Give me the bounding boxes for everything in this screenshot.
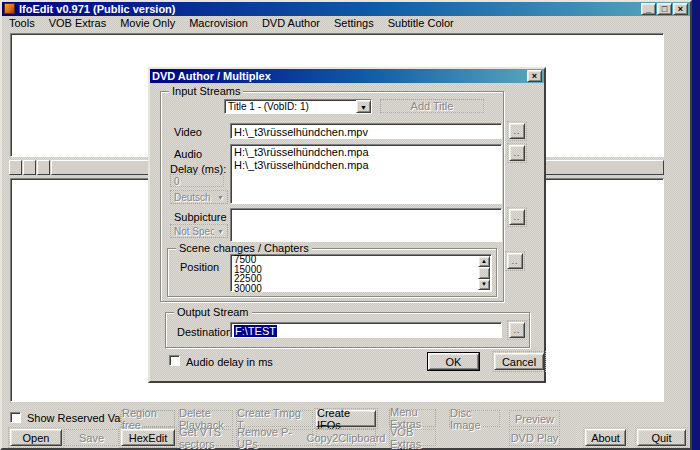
chevron-down-icon[interactable]: ▼	[356, 100, 371, 113]
menu-bar: Tools VOB Extras Movie Only Macrovision …	[2, 16, 690, 30]
position-listbox[interactable]: 7500 15000 22500 30000 ▲ ▼	[230, 254, 492, 292]
column-header[interactable]	[37, 160, 50, 175]
add-title-button: Add Title	[380, 99, 484, 113]
chevron-down-icon: ▼	[214, 225, 227, 237]
menu-movie-only[interactable]: Movie Only	[113, 16, 182, 30]
create-ifos-button[interactable]: Create IFOs	[316, 410, 376, 427]
menu-macrovision[interactable]: Macrovision	[182, 16, 255, 30]
dialog-titlebar[interactable]: DVD Author / Multiplex ×	[150, 69, 544, 83]
about-button[interactable]: About	[585, 429, 626, 446]
video-path-value: H:\_t3\rüsselhündchen.mpv	[234, 126, 368, 138]
close-icon[interactable]: ×	[673, 3, 688, 15]
title-select-value: Title 1 - (VobID: 1)	[225, 100, 356, 113]
save-button: Save	[64, 429, 119, 446]
destination-browse-button[interactable]: ..	[509, 322, 525, 338]
destination-input[interactable]: F:\TEST	[230, 322, 502, 338]
dialog-title: DVD Author / Multiplex	[152, 70, 271, 82]
column-header[interactable]	[23, 160, 36, 175]
title-select[interactable]: Title 1 - (VobID: 1) ▼	[224, 99, 372, 114]
subpicture-language-select: Not Specifie ▼	[170, 224, 228, 238]
app-icon	[4, 3, 15, 14]
menu-dvd-author[interactable]: DVD Author	[255, 16, 327, 30]
position-item[interactable]: 30000	[231, 284, 491, 294]
remove-pups-button: Remove P-UPs	[236, 429, 313, 446]
subpicture-list[interactable]	[230, 208, 502, 242]
delay-input: 0	[170, 174, 224, 187]
position-item[interactable]: 22500	[231, 274, 491, 284]
destination-value: F:\TEST	[234, 325, 277, 337]
audio-delay-label: Audio delay in ms	[186, 356, 273, 368]
chevron-down-icon: ▼	[214, 191, 227, 203]
position-scrollbar[interactable]: ▲ ▼	[478, 256, 490, 290]
input-streams-label: Input Streams	[169, 85, 243, 97]
open-button[interactable]: Open	[10, 429, 62, 446]
menu-subtitle-color[interactable]: Subtitle Color	[381, 16, 461, 30]
dvd-author-dialog: DVD Author / Multiplex × Input Streams T…	[148, 67, 546, 383]
scroll-down-icon[interactable]: ▼	[478, 279, 490, 290]
column-header[interactable]	[9, 160, 22, 175]
dialog-close-icon[interactable]: ×	[527, 70, 542, 82]
menu-vob-extras[interactable]: VOB Extras	[42, 16, 113, 30]
audio-label: Audio	[174, 148, 202, 160]
dvd-play-button: DVD Play	[509, 429, 560, 446]
video-label: Video	[174, 126, 202, 138]
subpicture-language-value: Not Specifie	[171, 225, 214, 237]
output-stream-label: Output Stream	[174, 306, 252, 318]
menu-settings[interactable]: Settings	[327, 16, 381, 30]
delete-playback-button: Delete Playback	[178, 410, 233, 427]
create-tmpg-template-button: Create Tmpg T.	[236, 410, 313, 427]
ok-button[interactable]: OK	[428, 353, 479, 370]
audio-language-select: Deutsch ▼	[170, 190, 228, 204]
subpicture-label: Subpicture	[174, 211, 227, 223]
window-titlebar[interactable]: IfoEdit v0.971 (Public version) _ □ ×	[2, 2, 690, 16]
audio-language-value: Deutsch	[171, 191, 214, 203]
audio-delay-checkbox[interactable]	[169, 355, 180, 366]
desktop: IfoEdit v0.971 (Public version) _ □ × To…	[0, 0, 700, 450]
audio-path-item[interactable]: H:\_t3\rüsselhündchen.mpa	[231, 159, 501, 172]
scene-changes-label: Scene changes / Chapters	[176, 242, 312, 254]
menu-extras-button: Menu Extras	[389, 409, 436, 427]
hexedit-button[interactable]: HexEdit	[121, 429, 175, 446]
disc-image-button: Disc Image	[449, 410, 500, 427]
position-item[interactable]: 15000	[231, 265, 491, 275]
vob-extras-button: VOB Extras	[389, 429, 436, 446]
scroll-up-icon[interactable]: ▲	[478, 256, 490, 267]
scrollbar-thumb[interactable]	[478, 267, 490, 278]
minimize-icon[interactable]: _	[641, 3, 656, 15]
destination-label: Destination:	[177, 326, 235, 338]
video-path-field[interactable]: H:\_t3\rüsselhündchen.mpv	[230, 123, 502, 139]
show-reserved-checkbox[interactable]	[10, 412, 21, 423]
quit-button[interactable]: Quit	[637, 429, 686, 446]
audio-path-item[interactable]: H:\_t3\rüsselhündchen.mpa	[231, 145, 501, 159]
cancel-button[interactable]: Cancel	[494, 353, 544, 370]
audio-list[interactable]: H:\_t3\rüsselhündchen.mpa H:\_t3\rüsselh…	[230, 144, 502, 204]
video-browse-button[interactable]: ..	[509, 123, 525, 139]
menu-tools[interactable]: Tools	[2, 16, 42, 30]
position-item[interactable]: 7500	[231, 255, 491, 265]
window-title: IfoEdit v0.971 (Public version)	[19, 3, 176, 15]
subpicture-browse-button[interactable]: ..	[509, 209, 525, 225]
get-vts-sectors-button: Get VTS sectors	[178, 429, 233, 446]
audio-browse-button[interactable]: ..	[509, 145, 525, 161]
region-free-button: Region free	[121, 410, 175, 427]
position-browse-button[interactable]: ..	[507, 253, 523, 269]
preview-button: Preview	[509, 410, 560, 427]
maximize-icon[interactable]: □	[657, 3, 672, 15]
copy2clipboard-button: Copy2Clipboard	[316, 429, 376, 446]
position-label: Position	[180, 261, 219, 273]
